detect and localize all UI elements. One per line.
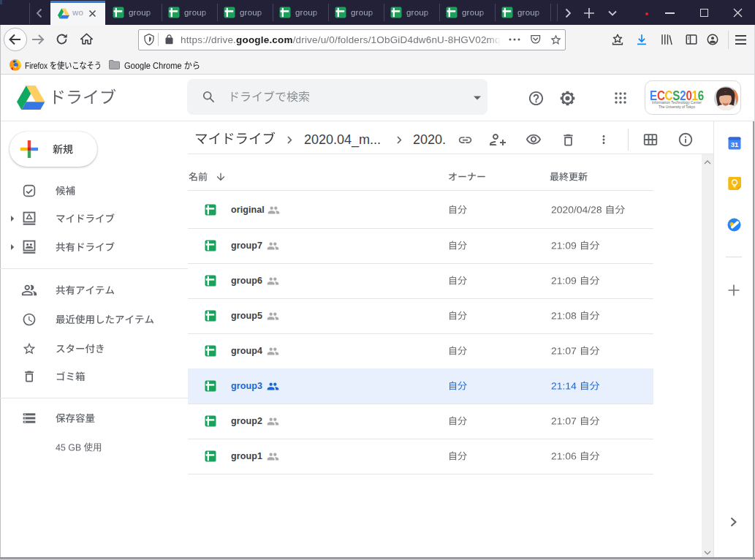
svg-text:31: 31 (730, 140, 738, 148)
